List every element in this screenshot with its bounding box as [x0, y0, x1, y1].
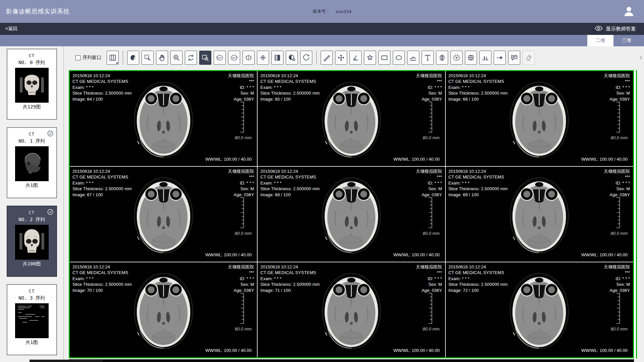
window-level-label: WW/WL: 100.00 / 40.00 — [581, 157, 628, 162]
window-level-label: WW/WL: 100.00 / 40.00 — [205, 252, 252, 257]
scale-label: 80.0 mm — [235, 231, 252, 236]
viewport-cell[interactable]: 20150618 10:12:24 CT GE MEDICAL SYSTEMS … — [446, 71, 633, 166]
viewport-cell[interactable]: 20150618 10:12:24 CT GE MEDICAL SYSTEMS … — [446, 167, 633, 262]
series-card[interactable]: CT NO. 3 序列 共1图 — [7, 284, 57, 355]
rotate-sync-button[interactable] — [185, 51, 197, 65]
series-count: 共100图 — [7, 261, 56, 267]
scale-label: 80.0 mm — [610, 326, 628, 331]
cell-stars: *** — [228, 79, 254, 84]
cell-datetime: 20150618 10:12:24 — [72, 264, 132, 270]
cell-age: Age: 036Y — [416, 192, 442, 198]
cell-exam: Exam: * * * — [260, 85, 320, 90]
cell-slice-thickness: Slice Thickness: 2.500000 mm — [448, 186, 508, 192]
cell-slice-thickness: Slice Thickness: 2.500000 mm — [260, 281, 320, 287]
viewer-vertical-scrollbar[interactable] — [634, 70, 637, 358]
cell-exam: Exam: * * * — [260, 180, 320, 186]
tab-3d[interactable]: 三维 — [613, 35, 640, 46]
series-card[interactable]: CT NO. 0 序列 共129图 — [7, 49, 57, 120]
invert-button[interactable] — [271, 51, 283, 65]
viewport-cell[interactable]: 20150618 10:12:24 CT GE MEDICAL SYSTEMS … — [70, 262, 257, 357]
pseudo-color-button[interactable] — [286, 51, 298, 65]
select-button[interactable] — [142, 51, 154, 65]
viewport-cell[interactable]: 20150618 10:12:24 CT GE MEDICAL SYSTEMS … — [258, 71, 445, 166]
scale-label: 80.0 mm — [423, 326, 440, 331]
window-level-label: WW/WL: 100.00 / 40.00 — [393, 252, 440, 257]
cell-sex: Sex: M — [604, 281, 630, 287]
tab-2d[interactable]: 二维 — [587, 35, 613, 46]
cell-overlay-left: 20150618 10:12:24 CT GE MEDICAL SYSTEMS … — [72, 73, 132, 102]
cell-datetime: 20150618 10:12:24 — [72, 73, 132, 79]
cell-overlay-left: 20150618 10:12:24 CT GE MEDICAL SYSTEMS … — [448, 264, 508, 293]
cell-stars: *** — [228, 270, 254, 275]
series-title: NO. 0 序列 — [7, 60, 56, 66]
cell-sex: Sex: M — [416, 186, 442, 192]
reset-button[interactable] — [300, 51, 312, 65]
cell-datetime: 20150618 10:12:24 — [448, 264, 508, 270]
cell-datetime: 20150618 10:12:24 — [260, 264, 320, 270]
layout-grid-icon — [108, 53, 117, 62]
toolbar-overflow-icon[interactable] — [638, 54, 643, 62]
user-icon[interactable] — [623, 5, 635, 18]
profile-curve-button[interactable] — [407, 51, 419, 65]
layout-grid-button[interactable] — [107, 51, 119, 65]
roi-star-button[interactable] — [364, 51, 376, 65]
pan-button[interactable] — [156, 51, 168, 65]
window-level-button[interactable] — [127, 51, 139, 65]
cell-image-index: Image: 64 / 100 — [72, 96, 132, 102]
text-tool-button[interactable] — [422, 51, 434, 65]
series-thumbnail — [15, 68, 49, 103]
scale-label: 80.0 mm — [235, 326, 252, 331]
viewport-cell[interactable]: 20150618 10:12:24 CT GE MEDICAL SYSTEMS … — [70, 71, 257, 166]
roi-rect-button[interactable] — [378, 51, 390, 65]
cell-hospital: 天堰模拟医院 — [228, 168, 254, 174]
show-teacher-answer-label: 显示教师答案 — [606, 26, 636, 32]
measure-line-button[interactable] — [321, 51, 333, 65]
cell-image-index: Image: 67 / 100 — [72, 192, 132, 198]
toolbar-divider — [123, 51, 123, 65]
cell-image-index: Image: 72 / 100 — [448, 288, 508, 293]
series-title: NO. 2 序列 — [7, 217, 56, 223]
series-card[interactable]: CT NO. 1 序列 共1图 — [7, 127, 57, 198]
measure-angle-button[interactable] — [350, 51, 362, 65]
horizontal-scrollbar-thumb[interactable] — [30, 360, 103, 362]
eraser-button[interactable] — [523, 51, 535, 65]
measure-cross-button[interactable] — [335, 51, 347, 65]
cell-datetime: 20150618 10:12:24 — [72, 168, 132, 174]
series-window-toggle: 序列窗口 — [75, 55, 101, 61]
cell-sex: Sex: M — [416, 281, 442, 287]
roi-ellipse-button[interactable] — [393, 51, 405, 65]
flip-horizontal-button[interactable] — [243, 51, 255, 65]
viewport-cell[interactable]: 20150618 10:12:24 CT GE MEDICAL SYSTEMS … — [258, 167, 445, 262]
zoom-in-button[interactable] — [170, 51, 182, 65]
toolbar-divider — [316, 51, 317, 65]
version-value: svn334 — [336, 9, 352, 14]
rotate-right-90-button[interactable]: 90° — [228, 51, 240, 65]
flip-vertical-button[interactable] — [257, 51, 269, 65]
viewport-cell[interactable]: 20150618 10:12:24 CT GE MEDICAL SYSTEMS … — [70, 167, 257, 262]
viewport-cell[interactable]: 20150618 10:12:24 CT GE MEDICAL SYSTEMS … — [446, 262, 633, 357]
comment-button[interactable] — [508, 51, 520, 65]
viewport-cell[interactable]: 20150618 10:12:24 CT GE MEDICAL SYSTEMS … — [258, 262, 445, 357]
arrow-annotation-button[interactable] — [494, 51, 506, 65]
series-card[interactable]: CT NO. 2 序列 共100图 — [7, 206, 57, 277]
cell-device: CT GE MEDICAL SYSTEMS — [72, 79, 132, 84]
cell-age: Age: 036Y — [228, 96, 254, 102]
cell-hospital: 天堰模拟医院 — [604, 73, 630, 79]
cell-device: CT GE MEDICAL SYSTEMS — [448, 79, 508, 84]
cell-exam: Exam: * * * — [72, 85, 132, 90]
dashed-circle-marker-button[interactable] — [450, 51, 463, 65]
zoom-region-button[interactable] — [199, 51, 211, 65]
show-teacher-answer-button[interactable]: 显示教师答案 — [595, 25, 636, 32]
cell-hospital: 天堰模拟医院 — [228, 73, 254, 79]
scale-label: 80.0 mm — [610, 231, 628, 236]
sub-navbar: <返回 显示教师答案 — [0, 23, 644, 35]
cell-overlay-right: 天堰模拟医院 *** ID: * * * Sex: M Age: 036Y — [228, 264, 254, 293]
mirror-rect-button[interactable] — [465, 51, 477, 65]
ellipse-center-button[interactable] — [436, 51, 448, 65]
back-button[interactable]: <返回 — [5, 26, 17, 32]
cell-overlay-right: 天堰模拟医院 *** ID: * * * Sex: M Age: 036Y — [604, 264, 630, 293]
scale-label: 80.0 mm — [235, 135, 252, 140]
spike-profile-button[interactable] — [479, 51, 491, 65]
series-window-checkbox[interactable] — [75, 55, 80, 60]
rotate-left-90-button[interactable]: 90° — [214, 51, 226, 65]
